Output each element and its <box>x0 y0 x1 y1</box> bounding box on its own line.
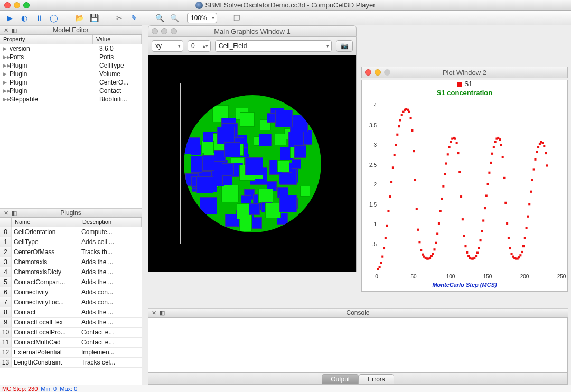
svg-rect-100 <box>526 227 528 229</box>
tree-row[interactable]: PluginVolume <box>0 70 142 78</box>
col-property[interactable]: Property <box>0 35 93 44</box>
disclosure-triangle-icon[interactable]: ▶ <box>3 63 10 68</box>
open-button[interactable]: 📂 <box>74 13 85 23</box>
zoom-out-button[interactable]: 🔍 <box>169 13 180 23</box>
y-tick: 1 <box>364 221 377 227</box>
table-row[interactable]: 9ContactLocalFlexAdds the ... <box>0 318 142 328</box>
svg-rect-90 <box>511 253 513 255</box>
svg-rect-13 <box>396 134 398 136</box>
svg-rect-15 <box>399 119 401 121</box>
tree-row[interactable]: ▶SteppableBlobIniti... <box>0 95 142 104</box>
plugin-desc: Adds cell ... <box>79 238 142 246</box>
screenshot-button[interactable]: 📷 <box>336 40 353 52</box>
svg-rect-52 <box>454 138 456 140</box>
plot-legend: S1 <box>362 80 567 88</box>
tree-row[interactable]: version3.6.0 <box>0 44 142 53</box>
svg-rect-5 <box>385 237 387 239</box>
tab-output[interactable]: Output <box>322 374 359 384</box>
plugin-name: ContactLocalFlex <box>12 319 79 326</box>
row-index: 1 <box>0 237 12 247</box>
svg-rect-26 <box>416 208 418 210</box>
table-row[interactable]: 0CellOrientationCompute... <box>0 227 142 237</box>
plot-title-bar[interactable]: Plot Window 2 <box>361 67 568 78</box>
table-row[interactable]: 3ChemotaxisAdds the ... <box>0 257 142 267</box>
row-index: 11 <box>0 338 12 347</box>
table-row[interactable]: 13LengthConstraintTracks cel... <box>0 358 142 368</box>
edit-button[interactable]: ✎ <box>129 13 139 23</box>
table-row[interactable]: 12ExternalPotentialImplemen... <box>0 348 142 358</box>
slice-spinner[interactable]: 0▴▾ <box>188 40 211 52</box>
windows-button[interactable]: ❐ <box>232 13 242 23</box>
svg-rect-79 <box>494 141 497 143</box>
play-button[interactable]: ▶ <box>4 13 15 23</box>
svg-rect-14 <box>398 125 400 127</box>
tree-row[interactable]: PluginCenterO... <box>0 78 142 87</box>
svg-rect-39 <box>435 242 437 244</box>
svg-rect-89 <box>509 247 511 249</box>
graphics-canvas[interactable] <box>148 55 357 272</box>
disclosure-triangle-icon[interactable]: ▶ <box>3 54 10 60</box>
svg-rect-85 <box>503 177 505 179</box>
plugin-name: ContactLocalPro... <box>12 329 79 336</box>
table-row[interactable]: 4ChemotaxisDictyAdds the ... <box>0 267 142 277</box>
model-editor-body[interactable]: version3.6.0▶PottsPotts▶PluginCellTypePl… <box>0 44 142 208</box>
step-button[interactable]: ◐ <box>19 13 30 23</box>
row-index: 4 <box>0 267 12 277</box>
save-button[interactable]: 💾 <box>89 13 99 23</box>
svg-rect-25 <box>414 179 416 181</box>
plugin-name: CellType <box>12 238 79 246</box>
svg-rect-57 <box>462 218 464 220</box>
table-row[interactable]: 11ContactMultiCadContact e... <box>0 338 142 348</box>
table-row[interactable]: 6ConnectivityAdds con... <box>0 287 142 297</box>
plugins-body[interactable]: 0CellOrientationCompute...1CellTypeAdds … <box>0 227 142 385</box>
disclosure-triangle-icon[interactable] <box>3 46 10 51</box>
tree-row[interactable]: ▶PottsPotts <box>0 53 142 61</box>
tree-val: BlobIniti... <box>99 96 127 103</box>
graphics-title-bar[interactable]: Main Graphics Window 1 <box>148 25 357 37</box>
table-row[interactable]: 7ConnectivityLoc...Adds con... <box>0 297 142 307</box>
svg-rect-22 <box>410 117 412 119</box>
zoom-in-button[interactable]: 🔍 <box>154 13 165 23</box>
svg-rect-99 <box>524 237 526 239</box>
plugin-desc: Adds the ... <box>79 258 142 266</box>
chart-title: S1 concentration <box>362 89 567 97</box>
y-tick: 2.5 <box>364 162 377 168</box>
table-row[interactable]: 10ContactLocalPro...Contact e... <box>0 328 142 338</box>
plugin-desc: Adds the ... <box>79 278 142 286</box>
svg-rect-45 <box>444 173 446 175</box>
disclosure-triangle-icon[interactable] <box>3 71 10 77</box>
svg-rect-36 <box>430 255 433 257</box>
plot-window: Plot Window 2 S1 S1 concentration MonteC… <box>361 67 568 292</box>
tree-row[interactable]: ▶PluginCellType <box>0 61 142 70</box>
plot-area[interactable] <box>377 106 562 271</box>
col-name[interactable]: Name <box>12 218 79 227</box>
col-index[interactable] <box>0 218 12 227</box>
plugin-name: ChemotaxisDicty <box>12 268 79 276</box>
disclosure-triangle-icon[interactable]: ▶ <box>3 97 10 102</box>
col-value[interactable]: Value <box>93 35 142 44</box>
svg-rect-46 <box>445 162 447 164</box>
svg-rect-0 <box>377 268 379 270</box>
field-select[interactable]: Cell_Field▾ <box>215 40 332 52</box>
console-body[interactable] <box>148 318 568 373</box>
disclosure-triangle-icon[interactable]: ▶ <box>3 88 10 94</box>
disclosure-triangle-icon[interactable] <box>3 80 10 85</box>
projection-select[interactable]: xy▾ <box>152 40 183 52</box>
pause-button[interactable]: ⏸ <box>34 13 44 23</box>
svg-rect-68 <box>478 247 480 249</box>
row-index: 6 <box>0 287 12 297</box>
tools-button[interactable]: ✂ <box>114 13 125 23</box>
table-row[interactable]: 1CellTypeAdds cell ... <box>0 237 142 247</box>
plugin-name: Contact <box>12 309 79 316</box>
table-row[interactable]: 2CenterOfMassTracks th... <box>0 247 142 257</box>
table-row[interactable]: 5ContactCompart...Adds the ... <box>0 277 142 287</box>
stop-button[interactable]: ◯ <box>49 13 59 23</box>
table-row[interactable]: 8ContactAdds the ... <box>0 307 142 318</box>
col-description[interactable]: Description <box>79 218 142 227</box>
svg-rect-108 <box>537 146 539 148</box>
tree-row[interactable]: ▶PluginContact <box>0 87 142 95</box>
svg-rect-75 <box>488 172 490 174</box>
plugin-desc: Contact e... <box>79 329 142 336</box>
zoom-select[interactable]: 100%▾ <box>187 13 217 23</box>
tab-errors[interactable]: Errors <box>359 374 394 384</box>
